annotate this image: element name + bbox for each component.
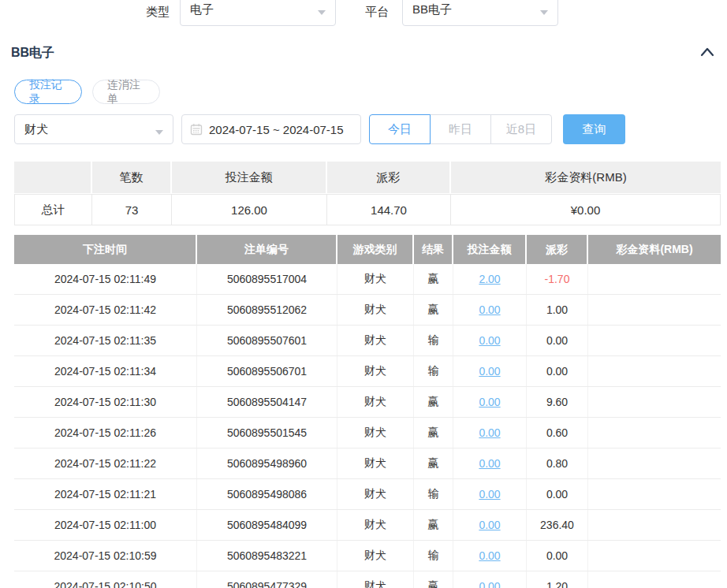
bet-amount-link[interactable]: 2.00 bbox=[479, 273, 500, 285]
result-cell: 赢 bbox=[414, 264, 453, 294]
range-label: 今日 bbox=[388, 122, 412, 137]
bonus-cell bbox=[588, 571, 721, 588]
payout-cell: 0.00 bbox=[527, 541, 588, 571]
chevron-up-icon bbox=[699, 44, 716, 61]
bonus-cell bbox=[588, 479, 721, 509]
type-label: 类型 bbox=[146, 5, 170, 20]
payout-cell: 0.00 bbox=[527, 356, 588, 386]
bet-records-page: 类型 电子 平台 BB电子 BB电子 投注记录 连消注单 财犬 bbox=[0, 0, 727, 588]
bet-amount-cell: 0.00 bbox=[453, 387, 527, 417]
bonus-cell bbox=[588, 510, 721, 540]
bet-time-cell: 2024-07-15 02:11:22 bbox=[14, 448, 197, 478]
result-cell: 赢 bbox=[414, 510, 453, 540]
summary-total-payout: 144.70 bbox=[327, 194, 451, 225]
summary-total-bet-amount: 126.00 bbox=[172, 194, 327, 225]
order-id-cell: 5060895504147 bbox=[197, 387, 337, 417]
bet-amount-link[interactable]: 0.00 bbox=[479, 334, 500, 347]
header-bet-time: 下注时间 bbox=[14, 235, 197, 264]
result-cell: 输 bbox=[414, 541, 453, 571]
bet-amount-cell: 0.00 bbox=[453, 541, 527, 571]
payout-cell: 236.40 bbox=[527, 510, 588, 540]
summary-header-row: 笔数 投注金额 派彩 彩金资料(RMB) bbox=[14, 162, 721, 193]
bet-amount-link[interactable]: 0.00 bbox=[479, 303, 500, 316]
game-type-cell: 财犬 bbox=[337, 571, 414, 588]
bet-time-cell: 2024-07-15 02:11:42 bbox=[14, 295, 197, 325]
bet-amount-link[interactable]: 0.00 bbox=[479, 396, 500, 408]
table-row: 2024-07-15 02:11:355060895507601财犬输0.000… bbox=[14, 326, 721, 356]
bet-amount-cell: 2.00 bbox=[453, 264, 527, 294]
chevron-down-icon bbox=[318, 10, 326, 15]
query-button[interactable]: 查询 bbox=[563, 114, 625, 144]
bet-amount-link[interactable]: 0.00 bbox=[479, 549, 500, 562]
summary-total-bonus: ¥0.00 bbox=[451, 194, 721, 225]
order-id-cell: 5060895506701 bbox=[197, 356, 337, 386]
game-type-cell: 财犬 bbox=[337, 387, 414, 417]
bonus-cell bbox=[588, 387, 721, 417]
bet-amount-cell: 0.00 bbox=[453, 326, 527, 355]
bet-time-cell: 2024-07-15 02:11:34 bbox=[14, 356, 197, 386]
bet-time-cell: 2024-07-15 02:11:21 bbox=[14, 479, 197, 509]
summary-total-row: 总计 73 126.00 144.70 ¥0.00 bbox=[14, 193, 721, 225]
header-order-id: 注单编号 bbox=[197, 235, 337, 264]
payout-cell: 1.00 bbox=[527, 295, 588, 325]
bet-amount-link[interactable]: 0.00 bbox=[479, 519, 500, 531]
bonus-cell bbox=[588, 448, 721, 478]
bet-time-cell: 2024-07-15 02:11:26 bbox=[14, 418, 197, 448]
result-cell: 赢 bbox=[414, 387, 453, 417]
order-id-cell: 5060895483221 bbox=[197, 541, 337, 571]
game-select[interactable]: 财犬 bbox=[14, 114, 173, 144]
bet-amount-cell: 0.00 bbox=[453, 510, 527, 540]
bet-amount-link[interactable]: 0.00 bbox=[479, 457, 500, 470]
summary-header-bet-amount: 投注金额 bbox=[172, 162, 327, 193]
order-id-cell: 5060895512062 bbox=[197, 295, 337, 325]
tab-cancelled-orders[interactable]: 连消注单 bbox=[92, 80, 160, 104]
date-range-input[interactable]: 2024-07-15 ~ 2024-07-15 bbox=[181, 114, 361, 144]
type-select[interactable]: 电子 bbox=[180, 0, 336, 26]
order-id-cell: 5060895517004 bbox=[197, 264, 337, 294]
result-cell: 输 bbox=[414, 479, 453, 509]
payout-cell: 0.80 bbox=[527, 448, 588, 478]
summary-total-count: 73 bbox=[92, 194, 172, 225]
platform-label: 平台 bbox=[365, 5, 389, 20]
table-row: 2024-07-15 02:11:225060895498960财犬赢0.000… bbox=[14, 448, 721, 479]
bet-records-table: 下注时间 注单编号 游戏类别 结果 投注金额 派彩 彩金资料(RMB) 2024… bbox=[14, 235, 721, 588]
game-type-cell: 财犬 bbox=[337, 510, 414, 540]
order-id-cell: 5060895507601 bbox=[197, 326, 337, 355]
bet-amount-cell: 0.00 bbox=[453, 356, 527, 386]
order-id-cell: 5060895484099 bbox=[197, 510, 337, 540]
bet-amount-link[interactable]: 0.00 bbox=[479, 488, 500, 501]
bonus-cell bbox=[588, 541, 721, 571]
table-row: 2024-07-15 02:11:305060895504147财犬赢0.009… bbox=[14, 387, 721, 418]
range-yesterday-button[interactable]: 昨日 bbox=[430, 114, 491, 144]
bet-amount-link[interactable]: 0.00 bbox=[479, 365, 500, 378]
order-id-cell: 5060895477329 bbox=[197, 571, 337, 588]
bet-amount-link[interactable]: 0.00 bbox=[479, 426, 500, 439]
game-type-cell: 财犬 bbox=[337, 448, 414, 478]
summary-header-blank bbox=[14, 162, 92, 193]
table-row: 2024-07-15 02:10:505060895477329财犬赢0.001… bbox=[14, 571, 721, 588]
header-bet-amount: 投注金额 bbox=[453, 235, 527, 264]
game-select-value: 财犬 bbox=[24, 122, 48, 137]
result-cell: 赢 bbox=[414, 448, 453, 478]
collapse-section-button[interactable] bbox=[699, 44, 716, 61]
range-last8days-button[interactable]: 近8日 bbox=[490, 114, 552, 144]
chevron-down-icon bbox=[540, 10, 548, 15]
range-today-button[interactable]: 今日 bbox=[369, 114, 431, 144]
bet-amount-link[interactable]: 0.00 bbox=[479, 580, 500, 588]
tab-bet-records[interactable]: 投注记录 bbox=[14, 80, 82, 104]
result-cell: 赢 bbox=[414, 295, 453, 325]
game-type-cell: 财犬 bbox=[337, 295, 414, 325]
order-id-cell: 5060895498960 bbox=[197, 448, 337, 478]
order-id-cell: 5060895501545 bbox=[197, 418, 337, 448]
bet-amount-cell: 0.00 bbox=[453, 448, 527, 478]
table-row: 2024-07-15 02:10:595060895483221财犬输0.000… bbox=[14, 541, 721, 571]
summary-table: 笔数 投注金额 派彩 彩金资料(RMB) 总计 73 126.00 144.70… bbox=[14, 162, 721, 225]
section-title: BB电子 bbox=[11, 45, 54, 61]
platform-select[interactable]: BB电子 bbox=[402, 0, 558, 26]
tab-label: 投注记录 bbox=[29, 78, 67, 106]
result-cell: 输 bbox=[414, 326, 453, 355]
chevron-down-icon bbox=[155, 130, 163, 135]
payout-cell: -1.70 bbox=[527, 264, 588, 294]
header-bonus: 彩金资料(RMB) bbox=[588, 235, 721, 264]
payout-cell: 0.60 bbox=[527, 418, 588, 448]
